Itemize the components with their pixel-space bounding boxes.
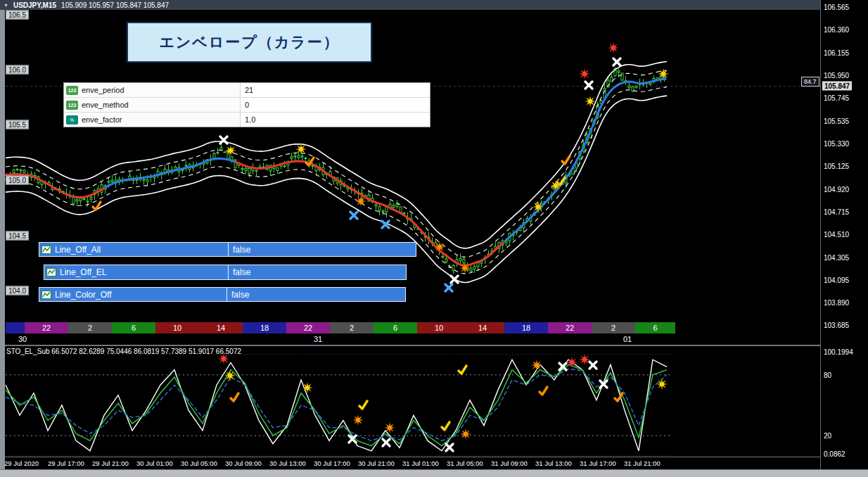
indicator-icon xyxy=(46,268,56,276)
param-name: enve_factor xyxy=(82,115,240,124)
param-row[interactable]: 123 enve_method 0 xyxy=(64,98,430,113)
price-axis-label: 104.305 xyxy=(824,254,849,262)
param-value[interactable]: 21 xyxy=(240,83,430,97)
price-axis-label: 106.360 xyxy=(824,26,849,34)
hour-segment: 10 xyxy=(417,322,461,333)
time-axis-label: 31 Jul 05:00 xyxy=(447,459,483,467)
envelope-color-label: エンベロープ（カラー） xyxy=(127,22,372,63)
window-scrollbar[interactable] xyxy=(0,469,868,477)
input-value[interactable]: false xyxy=(226,288,405,301)
price-axis-label: 80 xyxy=(824,371,831,379)
date-label: 31 xyxy=(314,335,322,343)
input-row-line-color-off[interactable]: Line_Color_Off false xyxy=(39,287,406,302)
indicator-icon xyxy=(42,291,51,299)
chart-canvas[interactable] xyxy=(0,0,868,477)
symbol-period-label: USDJPY,M15 xyxy=(13,1,56,9)
left-scale-tag: 104.0 xyxy=(6,286,29,295)
time-axis-label: 31 Jul 17:00 xyxy=(580,459,616,467)
double-param-icon: ½ xyxy=(66,115,78,125)
chart-dropdown-icon[interactable]: ▼ xyxy=(4,3,8,8)
date-label: 30 xyxy=(18,335,27,343)
date-label: 01 xyxy=(623,335,632,343)
input-name: Line_Off_EL xyxy=(60,267,107,277)
price-axis-label: 104.715 xyxy=(824,208,849,216)
price-axis-label: 0.0862 xyxy=(824,450,845,458)
price-axis-label: 105.125 xyxy=(824,163,849,170)
int-param-icon: 123 xyxy=(66,101,78,110)
hour-segment: 6 xyxy=(374,322,417,333)
param-row[interactable]: 123 enve_period 21 xyxy=(64,83,430,98)
input-name: Line_Off_All xyxy=(55,245,101,255)
time-axis-label: 29 Jul 2020 xyxy=(4,459,39,467)
time-axis-label: 30 Jul 13:00 xyxy=(269,459,306,467)
input-value[interactable]: false xyxy=(228,265,406,279)
hour-segment: 22 xyxy=(548,322,592,333)
left-scale-tag: 106.0 xyxy=(6,65,29,75)
left-scale-tag: 105.5 xyxy=(6,120,29,129)
axis-separator xyxy=(820,0,821,469)
hour-segment: 10 xyxy=(155,322,199,333)
hour-segment: 18 xyxy=(243,322,286,333)
input-row-line-off-el[interactable]: Line_Off_EL false xyxy=(44,265,407,280)
time-axis-label: 30 Jul 05:00 xyxy=(181,459,217,467)
price-axis-label: 104.095 xyxy=(824,276,849,284)
time-axis-separator xyxy=(0,457,820,457)
price-axis-label: 103.685 xyxy=(824,322,849,329)
time-axis-label: 29 Jul 21:00 xyxy=(92,459,129,467)
price-axis-label: 106.155 xyxy=(824,49,849,57)
time-axis-label: 31 Jul 01:00 xyxy=(402,459,439,467)
sub-indicator-values: STO_EL_Sub 66.5072 82.6289 75.0446 86.08… xyxy=(6,348,241,355)
time-axis-label: 30 Jul 09:00 xyxy=(225,459,262,467)
time-axis-label: 31 Jul 13:00 xyxy=(535,459,572,467)
param-name: enve_method xyxy=(82,101,240,109)
time-axis-label: 30 Jul 21:00 xyxy=(358,459,395,467)
indicator-icon xyxy=(42,246,51,254)
window-left-border xyxy=(0,10,5,469)
param-value[interactable]: 1.0 xyxy=(240,113,430,127)
hour-segment: 22 xyxy=(25,322,68,333)
input-name: Line_Color_Off xyxy=(55,290,112,300)
price-axis-label: 103.890 xyxy=(824,299,849,307)
param-row[interactable]: ½ enve_factor 1.0 xyxy=(64,113,430,127)
hour-segment: 2 xyxy=(330,322,374,333)
ohlc-values: 105.909 105.957 105.847 105.847 xyxy=(61,1,169,9)
mt4-chart-window: ▼ USDJPY,M15 105.909 105.957 105.847 105… xyxy=(0,0,868,477)
hour-segment: 22 xyxy=(286,322,330,333)
hour-segment: 6 xyxy=(635,322,675,333)
price-axis[interactable]: 105.847 106.565106.360106.155105.950105.… xyxy=(822,0,868,469)
param-value[interactable]: 0 xyxy=(240,98,430,112)
hour-segment: 2 xyxy=(592,322,635,333)
input-value[interactable]: false xyxy=(228,243,416,256)
hour-segment xyxy=(6,322,25,333)
time-axis-label: 30 Jul 01:00 xyxy=(136,459,173,467)
hour-segment: 14 xyxy=(461,322,504,333)
price-axis-label: 105.535 xyxy=(824,117,849,125)
hour-segment: 6 xyxy=(112,322,155,333)
chart-title-bar: ▼ USDJPY,M15 105.909 105.957 105.847 105… xyxy=(0,0,820,10)
time-axis-label: 31 Jul 09:00 xyxy=(491,459,528,467)
time-axis-label: 30 Jul 17:00 xyxy=(314,459,350,467)
param-name: enve_period xyxy=(82,86,240,94)
hour-segment: 14 xyxy=(199,322,243,333)
subwindow-separator[interactable] xyxy=(0,345,820,346)
left-scale-tag: 104.5 xyxy=(6,231,29,241)
int-param-icon: 123 xyxy=(66,86,78,95)
price-axis-label: 105.745 xyxy=(824,94,849,102)
time-axis-label: 31 Jul 21:00 xyxy=(624,459,660,467)
price-axis-label: 100.1994 xyxy=(824,348,853,356)
time-axis-label: 29 Jul 17:00 xyxy=(48,459,84,467)
price-axis-label: 20 xyxy=(824,432,831,440)
left-scale-tag: 106.5 xyxy=(6,11,29,20)
input-row-line-off-all[interactable]: Line_Off_All false xyxy=(39,242,416,257)
indicator-value-tag: 84.7 xyxy=(801,77,819,87)
price-axis-label: 104.920 xyxy=(824,186,849,193)
price-axis-label: 104.510 xyxy=(824,231,849,238)
price-axis-label: 106.565 xyxy=(824,4,849,11)
price-axis-label: 105.330 xyxy=(824,140,849,148)
hour-segment: 2 xyxy=(68,322,112,333)
session-hour-bar: 222610141822261014182226 xyxy=(6,322,675,333)
hour-segment: 18 xyxy=(504,322,548,333)
left-scale-tag: 105.0 xyxy=(6,176,29,185)
price-axis-label: 105.950 xyxy=(824,72,849,80)
current-price-tag: 105.847 xyxy=(822,82,852,91)
